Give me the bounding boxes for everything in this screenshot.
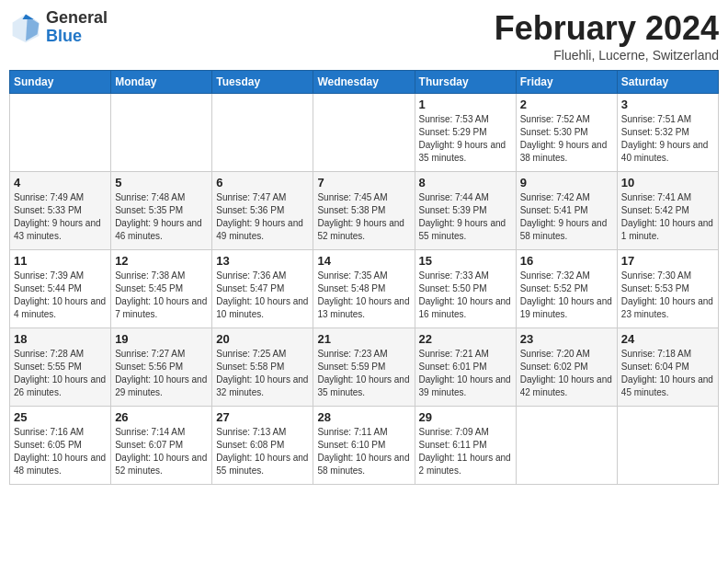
calendar-day-cell: 16Sunrise: 7:32 AM Sunset: 5:52 PM Dayli… [516,250,617,328]
day-number: 12 [115,254,208,268]
day-number: 11 [14,254,107,268]
day-info: Sunrise: 7:38 AM Sunset: 5:45 PM Dayligh… [115,270,208,321]
day-number: 7 [317,176,410,190]
calendar-day-cell [212,94,313,172]
calendar-day-cell: 6Sunrise: 7:47 AM Sunset: 5:36 PM Daylig… [212,172,313,250]
calendar-day-header: Tuesday [212,71,313,94]
page-header: General Blue February 2024 Fluehli, Luce… [9,9,719,63]
calendar-day-cell: 3Sunrise: 7:51 AM Sunset: 5:32 PM Daylig… [617,94,718,172]
day-number: 2 [520,98,613,111]
day-number: 14 [317,254,410,268]
day-info: Sunrise: 7:45 AM Sunset: 5:38 PM Dayligh… [317,191,410,243]
day-number: 20 [216,332,309,346]
calendar-day-cell: 8Sunrise: 7:44 AM Sunset: 5:39 PM Daylig… [415,172,516,250]
calendar-day-cell: 19Sunrise: 7:27 AM Sunset: 5:56 PM Dayli… [111,328,212,407]
day-info: Sunrise: 7:28 AM Sunset: 5:55 PM Dayligh… [14,348,107,399]
day-number: 17 [621,254,714,268]
day-info: Sunrise: 7:20 AM Sunset: 6:02 PM Dayligh… [520,348,613,399]
calendar-day-cell: 13Sunrise: 7:36 AM Sunset: 5:47 PM Dayli… [212,250,313,328]
day-info: Sunrise: 7:32 AM Sunset: 5:52 PM Dayligh… [520,270,613,321]
day-info: Sunrise: 7:23 AM Sunset: 5:59 PM Dayligh… [317,348,410,399]
calendar-week-row: 1Sunrise: 7:53 AM Sunset: 5:29 PM Daylig… [10,94,719,172]
calendar-day-cell: 21Sunrise: 7:23 AM Sunset: 5:59 PM Dayli… [313,328,415,407]
day-number: 6 [216,176,309,190]
location: Fluehli, Lucerne, Switzerland [495,48,719,63]
day-info: Sunrise: 7:14 AM Sunset: 6:07 PM Dayligh… [115,426,208,477]
day-number: 1 [419,98,512,111]
calendar-day-cell [617,407,718,485]
calendar-day-cell: 24Sunrise: 7:18 AM Sunset: 6:04 PM Dayli… [617,328,718,407]
day-info: Sunrise: 7:16 AM Sunset: 6:05 PM Dayligh… [14,426,107,477]
day-number: 8 [419,176,512,190]
calendar-day-cell: 29Sunrise: 7:09 AM Sunset: 6:11 PM Dayli… [415,407,516,485]
calendar-day-cell: 22Sunrise: 7:21 AM Sunset: 6:01 PM Dayli… [415,328,516,407]
calendar-week-row: 18Sunrise: 7:28 AM Sunset: 5:55 PM Dayli… [10,328,719,407]
day-info: Sunrise: 7:30 AM Sunset: 5:53 PM Dayligh… [621,270,714,321]
day-info: Sunrise: 7:27 AM Sunset: 5:56 PM Dayligh… [115,348,208,399]
day-number: 10 [621,176,714,190]
day-number: 21 [317,332,410,346]
title-area: February 2024 Fluehli, Lucerne, Switzerl… [495,9,719,63]
calendar-day-header: Saturday [617,71,718,94]
day-info: Sunrise: 7:36 AM Sunset: 5:47 PM Dayligh… [216,270,309,321]
calendar-day-cell: 10Sunrise: 7:41 AM Sunset: 5:42 PM Dayli… [617,172,718,250]
calendar-day-cell: 14Sunrise: 7:35 AM Sunset: 5:48 PM Dayli… [313,250,415,328]
logo-text: General Blue [46,9,108,46]
day-info: Sunrise: 7:09 AM Sunset: 6:11 PM Dayligh… [419,426,512,477]
calendar-day-cell: 23Sunrise: 7:20 AM Sunset: 6:02 PM Dayli… [516,328,617,407]
day-number: 28 [317,410,410,424]
day-number: 15 [419,254,512,268]
day-number: 26 [115,410,208,424]
calendar-day-header: Friday [516,71,617,94]
calendar-day-cell: 5Sunrise: 7:48 AM Sunset: 5:35 PM Daylig… [111,172,212,250]
calendar-day-header: Monday [111,71,212,94]
calendar-day-cell: 15Sunrise: 7:33 AM Sunset: 5:50 PM Dayli… [415,250,516,328]
day-info: Sunrise: 7:39 AM Sunset: 5:44 PM Dayligh… [14,270,107,321]
day-info: Sunrise: 7:51 AM Sunset: 5:32 PM Dayligh… [621,113,714,165]
calendar-day-cell: 2Sunrise: 7:52 AM Sunset: 5:30 PM Daylig… [516,94,617,172]
day-number: 25 [14,410,107,424]
calendar-day-cell [516,407,617,485]
calendar-day-cell: 25Sunrise: 7:16 AM Sunset: 6:05 PM Dayli… [10,407,111,485]
day-info: Sunrise: 7:41 AM Sunset: 5:42 PM Dayligh… [621,191,714,243]
day-info: Sunrise: 7:33 AM Sunset: 5:50 PM Dayligh… [419,270,512,321]
day-info: Sunrise: 7:21 AM Sunset: 6:01 PM Dayligh… [419,348,512,399]
month-title: February 2024 [495,9,719,48]
day-number: 18 [14,332,107,346]
day-info: Sunrise: 7:35 AM Sunset: 5:48 PM Dayligh… [317,270,410,321]
calendar-day-header: Sunday [10,71,111,94]
day-number: 4 [14,176,107,190]
calendar-day-header: Wednesday [313,71,415,94]
day-info: Sunrise: 7:18 AM Sunset: 6:04 PM Dayligh… [621,348,714,399]
calendar-week-row: 11Sunrise: 7:39 AM Sunset: 5:44 PM Dayli… [10,250,719,328]
calendar-day-cell [10,94,111,172]
calendar-day-cell: 18Sunrise: 7:28 AM Sunset: 5:55 PM Dayli… [10,328,111,407]
calendar-day-cell [313,94,415,172]
day-number: 19 [115,332,208,346]
day-number: 23 [520,332,613,346]
calendar-day-cell: 11Sunrise: 7:39 AM Sunset: 5:44 PM Dayli… [10,250,111,328]
calendar-day-cell: 17Sunrise: 7:30 AM Sunset: 5:53 PM Dayli… [617,250,718,328]
calendar-day-cell: 20Sunrise: 7:25 AM Sunset: 5:58 PM Dayli… [212,328,313,407]
day-info: Sunrise: 7:13 AM Sunset: 6:08 PM Dayligh… [216,426,309,477]
day-info: Sunrise: 7:52 AM Sunset: 5:30 PM Dayligh… [520,113,613,165]
day-info: Sunrise: 7:47 AM Sunset: 5:36 PM Dayligh… [216,191,309,243]
day-number: 27 [216,410,309,424]
day-info: Sunrise: 7:53 AM Sunset: 5:29 PM Dayligh… [419,113,512,165]
day-number: 29 [419,410,512,424]
day-info: Sunrise: 7:25 AM Sunset: 5:58 PM Dayligh… [216,348,309,399]
calendar-day-cell: 27Sunrise: 7:13 AM Sunset: 6:08 PM Dayli… [212,407,313,485]
logo: General Blue [9,9,108,46]
calendar-week-row: 4Sunrise: 7:49 AM Sunset: 5:33 PM Daylig… [10,172,719,250]
calendar-day-cell: 26Sunrise: 7:14 AM Sunset: 6:07 PM Dayli… [111,407,212,485]
day-info: Sunrise: 7:48 AM Sunset: 5:35 PM Dayligh… [115,191,208,243]
day-info: Sunrise: 7:42 AM Sunset: 5:41 PM Dayligh… [520,191,613,243]
logo-icon [9,11,42,44]
day-number: 5 [115,176,208,190]
calendar-day-cell: 4Sunrise: 7:49 AM Sunset: 5:33 PM Daylig… [10,172,111,250]
calendar-week-row: 25Sunrise: 7:16 AM Sunset: 6:05 PM Dayli… [10,407,719,485]
calendar-day-cell: 12Sunrise: 7:38 AM Sunset: 5:45 PM Dayli… [111,250,212,328]
calendar-table: SundayMondayTuesdayWednesdayThursdayFrid… [9,70,719,485]
day-number: 24 [621,332,714,346]
calendar-day-cell: 1Sunrise: 7:53 AM Sunset: 5:29 PM Daylig… [415,94,516,172]
